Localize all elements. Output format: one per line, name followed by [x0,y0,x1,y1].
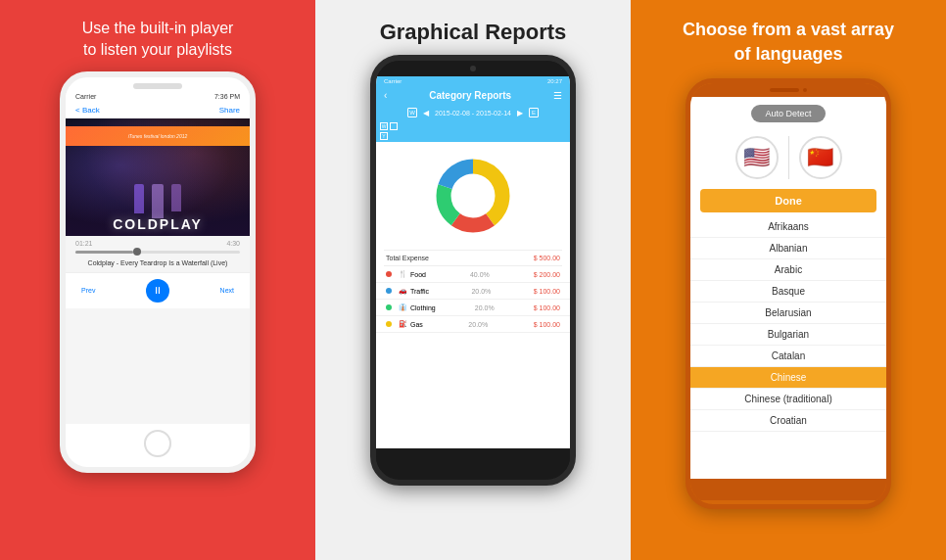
total-amount: $ 500.00 [534,255,560,261]
filter-e [390,122,398,130]
expense-food-left: 🍴 Food [386,270,426,278]
svg-point-4 [456,179,491,213]
phone3-top-bar [690,83,886,97]
expense-gas-left: ⛽ Gas [386,320,423,328]
prev-arrow[interactable]: ◀ [423,109,429,117]
traffic-pct: 20.0% [471,288,491,295]
clothing-amount: $ 100.00 [534,304,560,311]
prev-button[interactable]: Prev [81,287,95,294]
back-button[interactable]: < Back [75,106,100,115]
lang-belarusian[interactable]: Belarusian [690,303,886,324]
share-button[interactable]: Share [219,106,240,115]
lang-albanian[interactable]: Albanian [690,238,886,259]
expense-item-traffic: 🚗 Traffic 20.0% $ 100.00 [376,283,570,300]
language-list: Afrikaans Albanian Arabic Basque Belarus… [690,216,886,432]
traffic-amount: $ 100.00 [534,288,560,295]
donut-chart [429,152,517,240]
expense-clothing-left: 👔 Clothing [386,303,436,311]
expense-item-food: 🍴 Food 40.0% $ 200.00 [376,266,570,283]
category-reports-title: Category Reports [387,90,553,101]
flag-divider [788,136,789,179]
filter-w[interactable]: W [380,122,388,130]
done-button[interactable]: Done [700,189,876,212]
clothing-icon: 👔 [399,303,407,311]
phone1-home-button[interactable] [144,430,171,457]
phone1-notch [133,83,182,89]
date-range-row: W ◀ 2015-02-08 - 2015-02-14 ▶ E [376,105,570,120]
lang-bulgarian[interactable]: Bulgarian [690,324,886,346]
panel2-title: Graphical Reports [380,20,567,45]
phone2-device: Carrier 20:27 ‹ Category Reports ☰ W ◀ 2… [370,55,576,486]
album-art: iTunes festival london 2012 COLDPLAY [66,118,250,236]
time-current: 01:21 [75,240,93,247]
panel1-title: Use the built-in player to listen your p… [82,18,234,62]
lang-chinese[interactable]: Chinese [690,367,886,389]
phone2-screen: Carrier 20:27 ‹ Category Reports ☰ W ◀ 2… [376,76,570,448]
play-pause-button[interactable]: ⏸ [146,279,169,303]
expense-traffic-left: 🚗 Traffic [386,287,429,295]
phone1-screen: Carrier 7:36 PM < Back Share [66,91,250,424]
traffic-dot [386,288,392,294]
calendar-left-icon[interactable]: W [407,108,417,117]
panel-music-player: Use the built-in player to listen your p… [0,0,315,560]
us-flag-icon: 🇺🇸 [743,145,770,170]
gas-pct: 20.0% [468,321,488,328]
expense-items-list: 🍴 Food 40.0% $ 200.00 🚗 Traffic 20.0% $ … [376,266,570,333]
phone3-speaker [770,88,799,92]
player-progress-bar[interactable] [75,251,240,254]
phone2-status-bar: Carrier 20:27 [376,76,570,86]
traffic-icon: 🚗 [399,287,407,295]
time-total: 4:30 [226,240,240,247]
clothing-dot [386,304,392,310]
auto-detect-button[interactable]: Auto Detect [751,105,825,122]
album-title: COLDPLAY [66,216,250,232]
phone1-navbar: < Back Share [66,102,250,118]
phone3-bottom-bar [690,479,886,500]
donut-chart-area [376,142,570,250]
panel3-title: Choose from a vast array of languages [683,18,894,67]
food-label: Food [410,271,426,278]
filter-y[interactable]: Y [380,132,388,140]
food-dot [386,271,392,277]
progress-dot [133,248,141,256]
lang-catalan[interactable]: Catalan [690,346,886,367]
total-expense-row: Total Expense $ 500.00 [376,251,570,265]
food-icon: 🍴 [399,270,407,278]
date-range-text: 2015-02-08 - 2015-02-14 [435,110,511,117]
next-button[interactable]: Next [220,287,234,294]
cn-flag-icon: 🇨🇳 [807,145,833,170]
phone2-top [376,61,570,76]
total-label: Total Expense [386,255,429,261]
panel-graphical-reports: Graphical Reports Carrier 20:27 ‹ Catego… [315,0,631,560]
player-times: 01:21 4:30 [66,236,250,251]
phone2-header: ‹ Category Reports ☰ [376,86,570,105]
lang-arabic[interactable]: Arabic [690,259,886,281]
phone3-camera [803,88,807,92]
progress-fill [75,251,133,254]
p2-time: 20:27 [547,78,562,84]
phone3-screen: Auto Detect 🇺🇸 🇨🇳 Done Afrikaans Albania… [690,97,886,479]
player-controls: Prev ⏸ Next [66,272,250,308]
lang-afrikaans[interactable]: Afrikaans [690,216,886,238]
expense-item-clothing: 👔 Clothing 20.0% $ 100.00 [376,300,570,316]
lang-basque[interactable]: Basque [690,281,886,303]
phone2-camera [470,66,476,71]
itunes-festival-label: iTunes festival london 2012 [128,133,188,139]
pause-icon: ⏸ [153,285,163,296]
song-title: Coldplay - Every Teardrop Is a Waterfall… [66,254,250,272]
lang-croatian[interactable]: Croatian [690,410,886,432]
flags-row: 🇺🇸 🇨🇳 [690,130,886,185]
gas-icon: ⛽ [399,320,407,328]
traffic-label: Traffic [410,288,429,295]
food-pct: 40.0% [470,271,490,278]
source-language-flag[interactable]: 🇺🇸 [735,136,779,179]
gas-label: Gas [410,321,423,328]
lang-chinese-traditional[interactable]: Chinese (traditional) [690,389,886,410]
menu-icon[interactable]: ☰ [553,90,562,101]
next-arrow[interactable]: ▶ [517,109,523,117]
album-title-overlay: COLDPLAY [66,216,250,236]
food-amount: $ 200.00 [534,271,560,278]
clothing-pct: 20.0% [475,304,495,311]
calendar-right-icon[interactable]: E [529,108,539,117]
target-language-flag[interactable]: 🇨🇳 [799,136,842,179]
